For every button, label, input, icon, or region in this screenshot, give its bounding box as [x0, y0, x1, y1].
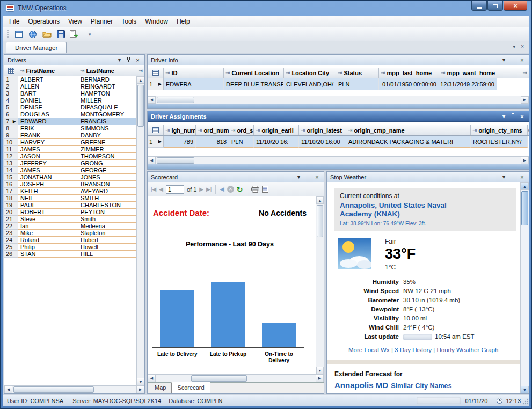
- cell-lastname[interactable]: MONTGOMERY: [78, 111, 136, 118]
- scroll-up-icon[interactable]: ▲: [316, 196, 324, 204]
- prev-page-button[interactable]: ◀: [159, 186, 163, 192]
- cell-firstname[interactable]: EDWARD: [18, 118, 78, 125]
- cell-mpp-last-home[interactable]: 01/01/1950 00:00:00: [379, 78, 439, 90]
- cell-ord-s[interactable]: PLN: [229, 136, 254, 148]
- cell-firstname[interactable]: JASON: [18, 153, 78, 160]
- report-horizontal-scrollbar[interactable]: ◀ ▶: [148, 374, 324, 382]
- cell-lastname[interactable]: BRANSON: [78, 181, 136, 188]
- driver-assignments-panel-header[interactable]: Driver Assignments ▾ ×: [148, 111, 529, 122]
- column-header-origin-earli[interactable]: ⇥origin_earli: [254, 125, 299, 135]
- cell-lastname[interactable]: DANBY: [78, 132, 136, 139]
- cell-lgh-num[interactable]: 789: [164, 136, 196, 148]
- cell-origin-earli[interactable]: 11/10/20 16:: [254, 136, 299, 148]
- chevron-down-icon[interactable]: ▾: [294, 173, 303, 180]
- minimize-button[interactable]: [471, 1, 487, 11]
- cell-firstname[interactable]: JAMES: [18, 167, 78, 174]
- column-header-id[interactable]: ⇥ID: [164, 68, 224, 78]
- scroll-right-icon[interactable]: ▶: [521, 157, 529, 164]
- table-row[interactable]: 25PhilipHowell: [4, 244, 136, 251]
- page-number-input[interactable]: [166, 185, 184, 194]
- cell-lastname[interactable]: Hubert: [78, 237, 136, 244]
- report-vertical-scrollbar[interactable]: ▲ ▼: [316, 196, 324, 374]
- menu-item-help[interactable]: Help: [172, 17, 194, 26]
- column-header-mpp-last-home[interactable]: ⇥mpp_last_home: [379, 68, 439, 78]
- cell-firstname[interactable]: ALBERT: [18, 76, 78, 83]
- pin-icon[interactable]: [508, 174, 518, 180]
- table-row[interactable]: 20ROBERTPEYTON: [4, 209, 136, 216]
- menu-item-operations[interactable]: Operations: [24, 17, 64, 26]
- cell-lastname[interactable]: SMITH: [78, 195, 136, 202]
- cell-lastname[interactable]: MILLER: [78, 97, 136, 104]
- cell-origin-cmp-name[interactable]: ADIRONDACK PACKAGING & MATERI: [346, 136, 471, 148]
- scroll-left-icon[interactable]: ◀: [148, 157, 156, 164]
- extended-forecast-city-link[interactable]: Annapolis MD: [334, 381, 388, 390]
- drivers-horizontal-scrollbar[interactable]: ◀ ▶: [4, 385, 144, 393]
- table-row[interactable]: 24RolandHubert: [4, 237, 136, 244]
- table-row[interactable]: 18NEILSMITH: [4, 195, 136, 202]
- close-icon[interactable]: ×: [312, 174, 322, 180]
- scroll-left-icon[interactable]: ◀: [148, 96, 156, 104]
- cell-firstname[interactable]: Ian: [18, 223, 78, 230]
- pin-icon[interactable]: [508, 113, 518, 119]
- cell-firstname[interactable]: PAUL: [18, 202, 78, 209]
- cell-lastname[interactable]: Smith: [78, 216, 136, 223]
- cell-firstname[interactable]: JOSEPH: [18, 181, 78, 188]
- cell-firstname[interactable]: DENISE: [18, 104, 78, 111]
- table-row[interactable]: 26STANHILL: [4, 251, 136, 258]
- table-row[interactable]: 23MikeStapleton: [4, 230, 136, 237]
- pin-icon[interactable]: [124, 57, 133, 63]
- cell-firstname[interactable]: BART: [18, 90, 78, 97]
- scrollbar-thumb[interactable]: [191, 375, 247, 382]
- scrollbar-track[interactable]: [521, 190, 529, 386]
- close-icon[interactable]: ×: [518, 174, 527, 180]
- table-row[interactable]: 6DOUGLASMONTGOMERY: [4, 111, 136, 118]
- cell-origin-latest[interactable]: 11/10/20 16:00: [299, 136, 346, 148]
- table-row[interactable]: 15JONATHANJONES: [4, 174, 136, 181]
- table-row[interactable]: 12JASONTHOMPSON: [4, 153, 136, 160]
- refresh-button[interactable]: [26, 28, 39, 40]
- report-tab-scorecard[interactable]: Scorecard: [171, 382, 210, 393]
- similar-city-names-link[interactable]: Similar City Names: [391, 382, 451, 390]
- scroll-right-icon[interactable]: ▶: [521, 96, 529, 104]
- cell-firstname[interactable]: DANIEL: [18, 97, 78, 104]
- scrollbar-track[interactable]: [156, 157, 521, 164]
- driver-info-row[interactable]: 1▶ EDWFRADEEP BLUE TRANSPOCLEVELAND,OH/P…: [148, 78, 529, 90]
- scroll-left-icon[interactable]: ◀: [4, 386, 12, 393]
- driver-info-horizontal-scrollbar[interactable]: ◀ ▶: [148, 96, 529, 104]
- cell-firstname[interactable]: ALLEN: [18, 83, 78, 90]
- menu-item-file[interactable]: File: [5, 17, 24, 26]
- cell-origin-cty-nms[interactable]: ROCHESTER,NY/: [471, 136, 528, 148]
- scrollbar-track[interactable]: [156, 375, 316, 382]
- cell-lastname[interactable]: CHARLESTON: [78, 202, 136, 209]
- cell-firstname[interactable]: Philip: [18, 244, 78, 251]
- table-row[interactable]: 8ERIKSIMMONS: [4, 125, 136, 132]
- column-header-origin-cty-nms[interactable]: ⇥origin_cty_nms: [471, 125, 528, 135]
- table-row[interactable]: 22IanMedeena: [4, 223, 136, 230]
- close-icon[interactable]: ×: [518, 113, 527, 120]
- scorecard-panel-header[interactable]: Scorecard ▾ ×: [148, 172, 324, 182]
- scroll-down-icon[interactable]: ▼: [521, 386, 529, 393]
- cell-id[interactable]: EDWFRA: [164, 78, 224, 90]
- scrollbar-thumb[interactable]: [13, 386, 94, 393]
- cell-firstname[interactable]: STAN: [18, 251, 78, 258]
- cell-lastname[interactable]: HAMPTON: [78, 90, 136, 97]
- cell-firstname[interactable]: JAMES: [18, 146, 78, 153]
- cell-lastname[interactable]: AVEYARD: [78, 188, 136, 195]
- cell-firstname[interactable]: KEITH: [18, 188, 78, 195]
- tab-list-chevron-icon[interactable]: ▾: [513, 43, 515, 49]
- scrollbar-track[interactable]: [156, 96, 521, 104]
- menu-item-window[interactable]: Window: [141, 17, 172, 26]
- table-row[interactable]: 3BARTHAMPTON: [4, 90, 136, 97]
- table-row[interactable]: 10HARVEYGREENE: [4, 139, 136, 146]
- scroll-up-icon[interactable]: ▲: [521, 182, 529, 190]
- cell-firstname[interactable]: DOUGLAS: [18, 111, 78, 118]
- save-button[interactable]: [54, 28, 67, 40]
- grid-corner-icon[interactable]: [148, 68, 164, 78]
- column-header-firstname[interactable]: ⇥FirstName: [18, 65, 78, 76]
- driver-info-panel-header[interactable]: Driver Info ▾ ×: [148, 55, 529, 65]
- cell-firstname[interactable]: JEFFREY: [18, 160, 78, 167]
- table-row[interactable]: 7▶EDWARDFRANCIS: [4, 118, 136, 125]
- cell-lastname[interactable]: DIPASQUALE: [78, 104, 136, 111]
- chevron-down-icon[interactable]: ▾: [115, 56, 124, 63]
- close-icon[interactable]: ×: [518, 57, 527, 63]
